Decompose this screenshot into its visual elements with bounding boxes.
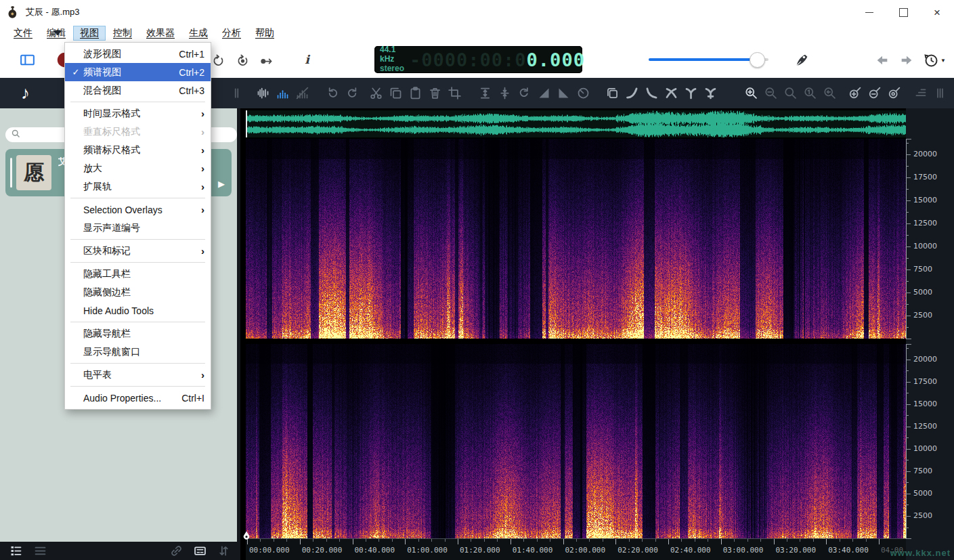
- spectrogram-right-channel[interactable]: [246, 344, 906, 538]
- menu-0[interactable]: 文件: [7, 26, 39, 41]
- duplicate-icon[interactable]: [603, 83, 622, 103]
- expand-vertical-icon[interactable]: [475, 83, 495, 103]
- zoom-prev-icon[interactable]: [820, 83, 840, 103]
- menu-3[interactable]: 控制: [106, 26, 139, 41]
- drag-handle2-icon[interactable]: [930, 83, 950, 103]
- spectral-view-icon[interactable]: [273, 83, 292, 103]
- freq-tick: [906, 270, 911, 270]
- maximize-button[interactable]: [886, 0, 920, 24]
- split-curve-icon[interactable]: [681, 83, 701, 103]
- freq-tick: [906, 246, 911, 247]
- freq-tick: [906, 304, 909, 305]
- menu-separator: [70, 262, 205, 263]
- link-icon[interactable]: [169, 544, 183, 559]
- compress-vertical-icon[interactable]: [495, 83, 515, 103]
- menu-item-19[interactable]: 隐藏导航栏: [65, 324, 211, 343]
- list-icon[interactable]: [32, 544, 47, 559]
- menu-item-4[interactable]: 时间显示格式›: [65, 104, 211, 123]
- vzoom-reset-icon[interactable]: [884, 83, 904, 103]
- time-tick-minor: [550, 539, 550, 542]
- paste-icon[interactable]: [406, 83, 425, 103]
- menu-5[interactable]: 生成: [182, 26, 215, 41]
- menu-item-11[interactable]: 显示声道编号: [65, 219, 211, 237]
- crossfade-icon[interactable]: [662, 83, 681, 103]
- menu-item-0[interactable]: 波形视图Ctrl+1: [65, 45, 211, 63]
- menu-item-15[interactable]: 隐藏工具栏: [65, 265, 211, 283]
- playhead-pin[interactable]: [242, 531, 251, 543]
- zoom-icon[interactable]: [781, 83, 800, 103]
- menu-2[interactable]: 视图: [73, 26, 106, 41]
- time-tick-label: 03:00.000: [723, 546, 764, 555]
- menu-4[interactable]: 效果器: [139, 26, 181, 41]
- view-menu: 波形视图Ctrl+1✓频谱视图Ctrl+2混合视图Ctrl+3时间显示格式›垂直…: [64, 42, 211, 410]
- sort-icon[interactable]: [216, 544, 231, 559]
- mixed-view-icon[interactable]: [292, 83, 312, 103]
- menu-item-22[interactable]: 电平表›: [65, 366, 211, 384]
- info-icon[interactable]: i: [299, 52, 314, 67]
- curve-down-icon[interactable]: [642, 83, 662, 103]
- vzoom-out-icon[interactable]: [865, 83, 884, 103]
- navigator-position[interactable]: [246, 110, 247, 137]
- copy-icon[interactable]: [386, 83, 406, 103]
- levels-icon[interactable]: [911, 83, 930, 103]
- fade-out-icon[interactable]: [554, 83, 573, 103]
- volume-slider[interactable]: [649, 54, 768, 65]
- spectrogram-left-channel[interactable]: [246, 139, 906, 339]
- volume-thumb[interactable]: [750, 52, 765, 68]
- delete-icon[interactable]: [425, 83, 445, 103]
- undo-icon[interactable]: [323, 83, 343, 103]
- close-button[interactable]: ×: [920, 0, 954, 24]
- list-detail-icon[interactable]: [8, 544, 23, 559]
- freq-tick: [906, 189, 909, 190]
- play-position-icon[interactable]: [257, 51, 277, 71]
- time-tick-minor: [603, 539, 603, 542]
- menu-item-8[interactable]: 扩展轨›: [65, 177, 211, 196]
- menu-item-24[interactable]: Audio Properties...Ctrl+I: [65, 389, 211, 407]
- trim-icon[interactable]: [445, 83, 464, 103]
- drag-handle-icon[interactable]: [227, 83, 246, 103]
- menu-item-6[interactable]: 频谱标尺格式›: [65, 141, 211, 159]
- menu-7[interactable]: 帮助: [248, 26, 281, 41]
- redo-icon[interactable]: [343, 83, 362, 103]
- menu-item-13[interactable]: 区块和标记›: [65, 242, 211, 260]
- repeat-icon[interactable]: [209, 51, 228, 71]
- menu-item-17[interactable]: Hide Audio Tools: [65, 301, 211, 320]
- menu-item-16[interactable]: 隐藏侧边栏: [65, 283, 211, 301]
- zoom-out-icon[interactable]: [761, 83, 781, 103]
- freq-tick: [906, 437, 909, 438]
- sidebar-toggle-icon[interactable]: [19, 51, 36, 68]
- repeat-once-icon[interactable]: [233, 51, 253, 71]
- history-icon[interactable]: ▼: [923, 52, 946, 68]
- reverse-icon[interactable]: [515, 83, 534, 103]
- menu-item-10[interactable]: Selection Overlays›: [65, 200, 211, 219]
- curve-up-icon[interactable]: [622, 83, 642, 103]
- navigator-overview[interactable]: [246, 110, 906, 137]
- gain-icon[interactable]: [573, 83, 593, 103]
- history-dropdown-caret[interactable]: ▼: [940, 58, 946, 64]
- menu-item-20[interactable]: 显示导航窗口: [65, 343, 211, 361]
- freq-tick: [906, 212, 909, 213]
- menu-6[interactable]: 分析: [215, 26, 248, 41]
- history-back-icon[interactable]: [875, 53, 890, 68]
- time-tick-minor: [537, 539, 538, 542]
- menu-item-2[interactable]: 混合视图Ctrl+3: [65, 81, 211, 100]
- history-forward-icon[interactable]: [899, 53, 914, 68]
- time-tick-minor: [497, 539, 498, 542]
- menu-item-1[interactable]: ✓频谱视图Ctrl+2: [65, 63, 211, 81]
- play-icon[interactable]: ▶: [218, 179, 225, 189]
- time-tick-minor: [260, 539, 261, 542]
- file-tab[interactable]: ♪: [0, 78, 51, 108]
- menu-item-7[interactable]: 放大›: [65, 159, 211, 177]
- zoom-in-icon[interactable]: [741, 83, 761, 103]
- time-ruler[interactable]: 00:00.00000:20.00000:40.00001:00.00001:2…: [246, 538, 906, 560]
- merge-curve-icon[interactable]: [701, 83, 720, 103]
- minimize-button[interactable]: [852, 0, 886, 24]
- zoom-one-icon[interactable]: [800, 83, 820, 103]
- waveform-view-icon[interactable]: [253, 83, 273, 103]
- cut-icon[interactable]: [366, 83, 386, 103]
- time-tick: [405, 539, 406, 544]
- pen-icon[interactable]: [794, 51, 810, 68]
- fade-in-icon[interactable]: [534, 83, 554, 103]
- preview-icon[interactable]: [192, 544, 207, 559]
- vzoom-in-icon[interactable]: [845, 83, 865, 103]
